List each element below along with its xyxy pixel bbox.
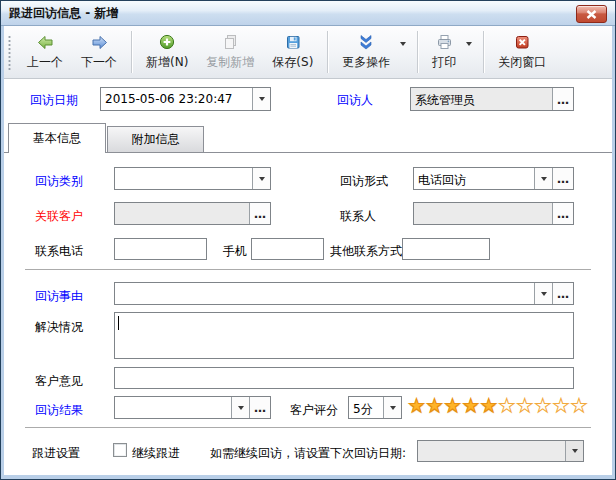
print-dropdown-caret[interactable]: [465, 42, 478, 46]
chevron-down-icon: [541, 292, 547, 296]
visit-date-field[interactable]: 2015-05-06 23:20:47: [100, 87, 271, 111]
visitor-label: 回访人: [337, 92, 373, 109]
chevron-down-icon: [572, 449, 578, 453]
contact-person-lookup-button[interactable]: …: [552, 203, 573, 224]
toolbar-separator: [131, 31, 132, 73]
save-icon: [285, 34, 301, 51]
visit-result-dropdown-button[interactable]: [231, 397, 249, 418]
save-button-label: 保存(S): [272, 54, 313, 71]
mobile-input[interactable]: [251, 238, 324, 260]
related-customer-field[interactable]: …: [114, 202, 271, 225]
customer-rating-value: 5分: [349, 397, 383, 418]
star-8[interactable]: ★: [534, 396, 551, 415]
contact-person-label: 联系人: [340, 208, 376, 225]
titlebar-close-button[interactable]: [576, 5, 607, 23]
star-9[interactable]: ★: [552, 396, 569, 415]
visit-reason-dropdown-button[interactable]: [534, 283, 552, 304]
more-actions-button-label: 更多操作: [342, 54, 390, 71]
visit-result-lookup-button[interactable]: …: [249, 397, 270, 418]
star-4[interactable]: ★: [462, 396, 479, 415]
customer-rating-combo[interactable]: 5分: [348, 396, 402, 419]
close-window-button[interactable]: 关闭窗口: [489, 30, 555, 75]
other-contact-label: 其他联系方式: [330, 243, 402, 260]
chevron-down-icon: [400, 42, 406, 46]
visit-reason-lookup-button[interactable]: …: [552, 283, 573, 304]
previous-button[interactable]: 上一个: [18, 30, 72, 75]
more-actions-icon: [358, 34, 374, 51]
star-1[interactable]: ★: [408, 396, 425, 415]
toolbar: 上一个 下一个 新增(N): [4, 26, 612, 79]
contact-phone-label: 联系电话: [35, 243, 83, 260]
star-5[interactable]: ★: [480, 396, 497, 415]
toolbar-grip-handle[interactable]: [8, 35, 11, 71]
more-actions-dropdown-caret[interactable]: [399, 42, 412, 46]
section-divider: [25, 269, 591, 270]
contact-phone-input[interactable]: [114, 238, 207, 260]
chevron-down-icon: [259, 177, 265, 181]
close-icon: [586, 10, 597, 19]
toolbar-separator: [483, 31, 484, 73]
visit-reason-label: 回访事由: [35, 288, 83, 305]
previous-button-label: 上一个: [27, 54, 63, 71]
visitor-lookup-button[interactable]: …: [552, 88, 573, 110]
close-window-button-label: 关闭窗口: [498, 54, 546, 71]
visit-reason-combo[interactable]: …: [114, 282, 574, 305]
continue-follow-up-checkbox[interactable]: [113, 443, 127, 457]
close-window-icon: [514, 34, 530, 51]
related-customer-value: [115, 203, 249, 224]
visit-method-dropdown-button[interactable]: [534, 168, 552, 189]
related-customer-lookup-button[interactable]: …: [249, 203, 270, 224]
tab-basic-info[interactable]: 基本信息: [8, 123, 106, 153]
visit-result-label: 回访结果: [35, 402, 83, 419]
print-icon: [436, 34, 453, 51]
visit-date-dropdown-button[interactable]: [252, 88, 270, 110]
visitor-value: 系统管理员: [411, 88, 552, 110]
follow-up-settings-label: 跟进设置: [32, 445, 80, 462]
next-visit-date-value: [418, 441, 565, 461]
star-2[interactable]: ★: [426, 396, 443, 415]
star-10[interactable]: ★: [570, 396, 587, 415]
add-new-button[interactable]: 新增(N): [137, 30, 197, 75]
contact-person-field[interactable]: …: [413, 202, 574, 225]
visit-result-value: [115, 397, 231, 418]
resolution-label: 解决情况: [35, 319, 83, 336]
star-6[interactable]: ★: [498, 396, 515, 415]
add-icon: [159, 34, 175, 51]
visit-method-combo[interactable]: 电话回访 …: [413, 167, 574, 190]
customer-opinion-input[interactable]: [114, 367, 574, 389]
customer-opinion-label: 客户意见: [35, 373, 83, 390]
star-7[interactable]: ★: [516, 396, 533, 415]
visit-category-dropdown-button[interactable]: [252, 168, 270, 189]
visit-method-label: 回访形式: [340, 173, 388, 190]
next-button[interactable]: 下一个: [72, 30, 126, 75]
visit-reason-value: [115, 283, 534, 304]
mobile-label: 手机: [223, 243, 247, 260]
rating-stars: ★★★★★★★★★★: [408, 396, 587, 415]
copy-new-button[interactable]: 复制新增: [197, 30, 263, 75]
visit-category-label: 回访类别: [35, 173, 83, 190]
tab-additional-info-label: 附加信息: [132, 132, 180, 146]
print-button[interactable]: 打印: [423, 30, 465, 75]
chevron-down-icon: [390, 406, 396, 410]
visit-method-lookup-button[interactable]: …: [552, 168, 573, 189]
star-3[interactable]: ★: [444, 396, 461, 415]
visit-result-combo[interactable]: …: [114, 396, 271, 419]
copy-new-button-label: 复制新增: [206, 54, 254, 71]
visit-date-value: 2015-05-06 23:20:47: [101, 88, 252, 110]
main-panel: 上一个 下一个 新增(N): [4, 26, 612, 475]
visit-method-value: 电话回访: [414, 168, 534, 189]
more-actions-button[interactable]: 更多操作: [333, 30, 399, 75]
next-visit-date-dropdown-button[interactable]: [565, 441, 583, 461]
next-visit-date-combo[interactable]: [417, 440, 584, 462]
next-button-label: 下一个: [81, 54, 117, 71]
tab-additional-info[interactable]: 附加信息: [107, 126, 204, 152]
save-button[interactable]: 保存(S): [263, 30, 322, 75]
chevron-down-icon: [541, 177, 547, 181]
visitor-field[interactable]: 系统管理员 …: [410, 87, 574, 111]
customer-rating-dropdown-button[interactable]: [383, 397, 401, 418]
customer-rating-label: 客户评分: [290, 402, 338, 419]
resolution-textarea[interactable]: [114, 312, 574, 359]
visit-category-combo[interactable]: [114, 167, 271, 190]
other-contact-input[interactable]: [402, 238, 490, 260]
continue-follow-up-label: 继续跟进: [132, 445, 180, 462]
